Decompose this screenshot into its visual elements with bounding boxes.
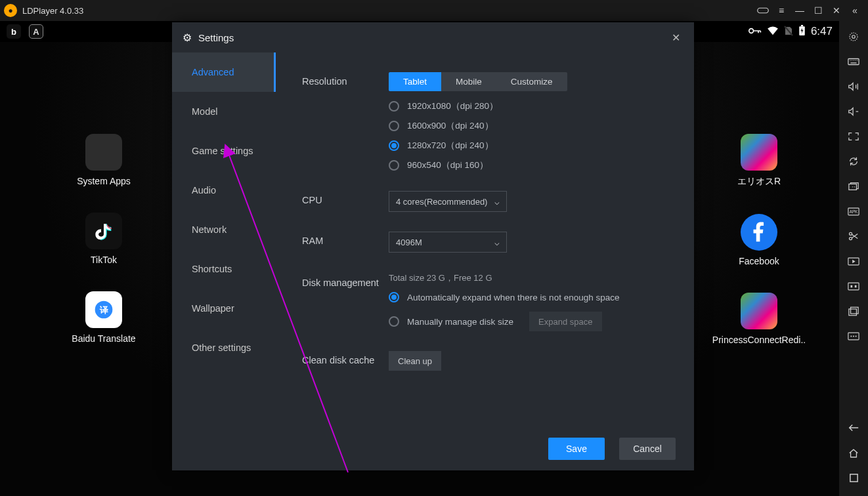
minimize-icon[interactable]: — [791,1,809,20]
record-icon[interactable] [839,249,868,273]
close-icon[interactable]: ✕ [668,30,684,45]
app-label: Baidu Translate [72,333,135,344]
menu-icon[interactable]: ≡ [772,1,791,20]
facebook-icon [741,214,777,251]
svg-rect-19 [851,307,859,314]
clean-label: Clean disk cache [302,351,389,365]
android-back-icon[interactable] [839,416,868,440]
svg-point-6 [850,33,857,41]
elios-r-icon [741,134,777,171]
nav-model[interactable]: Model [172,92,276,131]
status-app-icon-b: b [7,24,21,39]
tiktok-icon [85,213,122,249]
app-priconne[interactable]: PrincessConnectRedi.. [720,293,798,345]
res-1280x720[interactable]: 1280x720（dpi 240） [389,140,694,152]
res-960x540[interactable]: 960x540（dpi 160） [389,159,694,171]
wifi-icon [767,26,779,37]
multi-instance-icon[interactable] [839,175,868,198]
settings-gear-icon[interactable] [839,25,868,49]
resolution-mode-segment: Tablet Mobile Customize [389,72,567,91]
cpu-dropdown[interactable]: 4 cores(Recommended) ⌵ [389,191,507,212]
android-home-icon[interactable] [839,441,868,465]
disk-manual[interactable]: Manually manage disk size Expand space [389,312,694,331]
resolution-label: Resolution [302,72,389,87]
clean-up-button[interactable]: Clean up [389,351,441,371]
nav-shortcuts[interactable]: Shortcuts [172,249,276,289]
row-disk: Disk management Total size 23 G，Free 12 … [302,272,694,331]
res-1600x900[interactable]: 1600x900（dpi 240） [389,120,694,132]
svg-point-23 [856,335,857,337]
ram-dropdown[interactable]: 4096M ⌵ [389,232,507,253]
sync-icon[interactable] [839,150,868,173]
svg-rect-0 [758,8,769,13]
mode-mobile[interactable]: Mobile [441,72,496,91]
keyboard-icon[interactable] [839,50,868,73]
radio-icon [389,140,399,151]
app-facebook[interactable]: Facebook [720,214,798,266]
svg-point-13 [850,238,852,240]
settings-footer: Save Cancel [172,427,694,470]
res-1920x1080[interactable]: 1920x1080（dpi 280） [389,100,694,112]
scissors-icon[interactable] [839,224,868,248]
princess-connect-icon [741,293,777,329]
svg-rect-15 [848,283,859,290]
nav-advanced[interactable]: Advanced [172,52,276,92]
maximize-icon[interactable]: ☐ [809,1,827,20]
nav-audio[interactable]: Audio [172,171,276,210]
nav-wallpaper[interactable]: Wallpaper [172,289,276,328]
svg-point-12 [850,232,852,235]
radio-label: 1920x1080（dpi 280） [407,100,498,112]
ldplayer-logo-icon: ● [4,4,17,17]
clock-text: 6:47 [811,25,833,38]
fullscreen-icon[interactable] [839,125,868,148]
nav-other-settings[interactable]: Other settings [172,328,276,367]
app-label: エリオスR [737,176,781,188]
battery-charging-icon [798,25,806,38]
radio-label: 1280x720（dpi 240） [407,140,494,152]
emulator-side-toolbar: APK [839,21,868,496]
operation-record-icon[interactable] [839,274,868,298]
svg-point-1 [749,29,754,33]
radio-label: Manually manage disk size [407,317,513,327]
expand-space-button[interactable]: Expand space [529,312,601,331]
row-cpu: CPU 4 cores(Recommended) ⌵ [302,191,694,212]
app-label: PrincessConnectRedi.. [712,335,806,345]
close-window-icon[interactable]: ✕ [827,1,846,20]
screenshot-icon[interactable] [839,299,868,323]
disk-auto-expand[interactable]: Automatically expand when there is not e… [389,292,694,302]
cpu-value: 4 cores(Recommended) [396,197,487,207]
radio-label: 960x540（dpi 160） [407,159,488,171]
chevron-down-icon: ⌵ [494,197,500,207]
radio-icon [389,121,399,131]
row-resolution: Resolution Tablet Mobile Customize 1920x… [302,72,694,171]
app-elios-r[interactable]: エリオスR [720,134,798,188]
collapse-icon[interactable]: « [846,1,864,20]
app-tiktok[interactable]: TikTok [64,213,143,265]
svg-text:APK: APK [850,209,858,214]
svg-text:译: 译 [99,305,109,315]
mode-tablet[interactable]: Tablet [389,72,441,91]
mode-customize[interactable]: Customize [496,72,567,91]
gamepad-icon[interactable] [754,1,772,20]
save-button[interactable]: Save [548,438,605,460]
app-system-apps[interactable]: System Apps [64,134,143,186]
volume-up-icon[interactable] [839,75,868,98]
volume-down-icon[interactable] [839,100,868,123]
svg-point-7 [852,35,856,39]
radio-icon [389,160,399,171]
radio-icon [389,316,399,327]
baidu-translate-icon: 译 [85,291,122,328]
radio-label: Automatically expand when there is not e… [407,293,619,302]
app-baidu-translate[interactable]: 译 Baidu Translate [64,291,143,344]
nav-network[interactable]: Network [172,210,276,249]
nav-game-settings[interactable]: Game settings [172,131,276,171]
install-apk-icon[interactable]: APK [839,199,868,223]
svg-rect-8 [848,59,859,65]
more-icon[interactable] [839,324,868,348]
cancel-button[interactable]: Cancel [619,438,676,460]
svg-rect-24 [850,474,857,481]
android-recents-icon[interactable] [839,466,868,489]
disk-info: Total size 23 G，Free 12 G [389,272,694,284]
window-title-bar: ● LDPlayer 4.0.33 ≡ — ☐ ✕ « [0,0,868,21]
settings-title: Settings [198,32,234,43]
